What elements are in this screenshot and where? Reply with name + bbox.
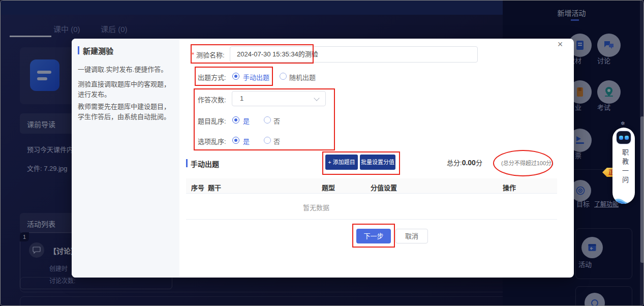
radio-shuffleq-yes-selected[interactable] [232,116,239,124]
total-value: 0.00 [462,159,476,167]
column-header-actions: 操作 [503,182,516,192]
section-accent-bar [186,159,188,167]
gear-icon: ✲ [621,120,625,126]
modal-description-1: 一键调取.实时发布.便捷作答。 [78,65,174,75]
next-step-button[interactable]: 下一步 [356,229,391,243]
question-table-header: 序号 题干 题型 分值设置 操作 [186,178,557,194]
modal-description-2: 测验直接调取题库中的客观题，进行发布。 [78,79,174,100]
column-header-index: 序号 [191,182,204,192]
cancel-button[interactable]: 取消 [395,229,428,243]
total-prefix: 总分: [447,159,462,167]
shuffleq-no-label[interactable]: 否 [273,116,280,126]
title-accent-bar [78,46,79,54]
shuffle-questions-label: 题目乱序: [198,116,226,126]
total-score-text: 总分:0.00分 [447,158,482,167]
radio-shuffleq-no[interactable] [264,116,271,124]
close-icon[interactable]: × [555,39,566,50]
attempts-select[interactable]: 1 [232,91,326,106]
assistant-pill[interactable]: 职教一问 [612,128,635,204]
attempts-label: 作答次数: [198,95,226,104]
table-empty-text: 暂无数据 [303,202,329,212]
shuffleo-no-label[interactable]: 否 [273,136,280,146]
wave-decoration [612,196,635,204]
quiz-name-label: 测验名称: [196,50,225,59]
column-header-score: 分值设置 [371,182,397,192]
method-random-label[interactable]: 随机出题 [289,72,316,82]
radio-shuffleo-yes-selected[interactable] [232,137,239,144]
quiz-name-input[interactable]: 2024-07-30 15:35:34的测验 [230,46,478,63]
total-score-hint: (总分不得超过100分) [501,159,554,167]
column-header-stem: 题干 [208,182,221,192]
new-quiz-modal: 新建测验 一键调取.实时发布.便捷作答。 测验直接调取题库中的客观题，进行发布。… [72,39,574,278]
shuffle-options-label: 选项乱序: [198,136,226,146]
shuffleq-yes-label[interactable]: 是 [243,116,250,126]
scrollbar-thumb[interactable] [640,116,644,263]
total-unit: 分 [476,159,482,167]
add-question-button[interactable]: + 添加题目 [325,155,358,170]
table-divider [186,219,557,220]
modal-title: 新建测验 [83,45,113,56]
method-manual-label[interactable]: 手动出题 [243,72,269,82]
required-asterisk: * [192,51,194,58]
radio-shuffleo-no[interactable] [264,137,271,144]
shuffleo-yes-label[interactable]: 是 [243,136,250,146]
assistant-label: 职教一问 [620,149,630,186]
modal-left-panel: 新建测验 一键调取.实时发布.便捷作答。 测验直接调取题库中的客观题，进行发布。… [72,39,179,278]
manual-section-title: 手动出题 [191,159,219,169]
radio-random[interactable] [280,73,287,80]
assistant-widget[interactable]: ✲ 职教一问 [611,120,636,206]
method-label: 出题方式: [198,72,226,82]
radio-manual-selected[interactable] [232,73,239,80]
robot-icon [616,130,632,145]
modal-description-3: 教师需要先在题库中建设题目，学生作答后，由系统自动批阅。 [78,102,174,122]
batch-score-button[interactable]: 批量设置分值 [360,155,395,170]
column-header-type: 题型 [322,182,335,192]
